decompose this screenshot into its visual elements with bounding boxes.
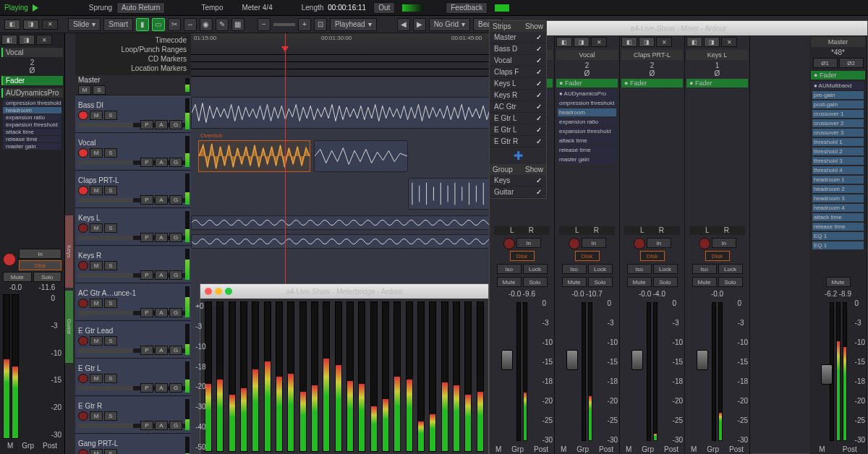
play-icon[interactable] [33,4,38,12]
inspector-solo-button[interactable]: Solo [33,272,62,282]
master-param[interactable]: release time [812,223,864,231]
strip-toggle-row[interactable]: Bass D✓ [490,43,546,55]
strip-iso[interactable]: Iso [497,264,522,274]
track-m-button[interactable]: M [90,449,103,455]
foot-grp[interactable]: Grp [576,445,589,453]
strip-iso[interactable]: Iso [692,264,717,274]
track-g-button[interactable]: G [169,120,182,129]
fader-knob[interactable] [631,350,643,370]
track-a-button[interactable]: A [155,233,168,242]
foot-post[interactable]: Post [599,445,613,453]
track-rec-button[interactable] [78,148,88,158]
strip-toggle-row[interactable]: E Gtr L✓ [490,124,546,136]
inspector-param[interactable]: expansion ratio [3,114,61,121]
strip-toggle-row[interactable]: E Gtr L✓ [490,113,546,124]
inspector-foot-post[interactable]: Post [43,442,57,450]
auto-return-button[interactable]: Auto Return [116,2,165,14]
track-g-button[interactable]: G [169,195,182,205]
foot-m[interactable]: M [495,445,501,453]
master-param[interactable]: EQ 1 [812,241,864,249]
master-foot-m[interactable]: M [819,445,825,453]
strip-pan[interactable]: LR [624,226,680,235]
inspector-in-button[interactable]: In [19,249,61,259]
track-m-button[interactable]: M [90,223,103,233]
listen-icon[interactable]: ◉ [200,18,213,31]
slide-select[interactable]: Slide▾ [68,18,101,31]
track-m-button[interactable]: M [90,111,103,120]
track-rec-button[interactable] [78,299,88,308]
foot-grp[interactable]: Grp [511,445,524,453]
track-a-button[interactable]: A [155,158,168,167]
foot-post[interactable]: Post [664,445,678,453]
strip-lock[interactable]: Lock [653,264,678,274]
clip-keys-l[interactable] [191,215,495,230]
track-m-button[interactable]: M [78,85,91,95]
strip-phase[interactable]: Ø [685,69,749,77]
strip-mute[interactable]: Mute [692,277,717,287]
close-icon[interactable]: ✕ [42,20,58,30]
track-m-button[interactable]: M [90,148,103,158]
master-plugin[interactable]: ● AUMultiband [812,82,864,90]
master-param[interactable]: EQ 1 [812,232,864,240]
foot-post[interactable]: Post [729,445,744,453]
strip-iso[interactable]: Iso [562,264,587,274]
track-g-button[interactable]: G [169,308,182,317]
track-m-button[interactable]: M [90,186,103,195]
master-param[interactable]: threshold 2 [812,147,864,155]
track-s-button[interactable]: S [104,411,117,421]
strip-mute[interactable]: Mute [562,277,587,287]
strip-param[interactable]: master gain [558,155,616,163]
smart-select[interactable]: Smart [103,18,133,31]
master-param[interactable]: threshold 3 [812,157,864,165]
track-rec-button[interactable] [78,223,88,233]
master-param[interactable]: crossover 2 [812,119,864,127]
strip-plugin[interactable]: ● AUDynamicsPro [558,90,616,98]
strip-rec[interactable] [503,238,515,249]
foot-m[interactable]: M [691,445,697,453]
master-name[interactable]: Master [811,37,865,47]
strip-rec[interactable] [569,238,580,249]
strip-rec[interactable] [634,238,645,249]
grid-select[interactable]: No Grid▾ [429,18,470,31]
track-header[interactable]: Keys RMSPAG [75,246,191,283]
track-a-button[interactable]: A [155,308,168,317]
mode-btn-1[interactable]: ▮ [136,18,149,31]
track-p-button[interactable]: P [140,195,153,205]
strip-rec[interactable] [699,238,710,249]
strip-phase[interactable]: Ø [620,69,684,77]
fader-knob[interactable] [697,350,708,370]
track-a-button[interactable]: A [155,270,168,280]
track-m-button[interactable]: M [90,411,103,421]
meterbridge-titlebar[interactable]: a4-Live-Show - Meterbridge - Ardour [200,284,488,299]
track-p-button[interactable]: P [140,421,153,430]
foot-m[interactable]: M [626,445,631,453]
tool-btn-2[interactable]: ◨ [23,20,39,30]
master-fader-label[interactable]: ● Fader [811,71,865,80]
master-param[interactable]: headroom 4 [812,204,864,212]
track-a-button[interactable]: A [155,421,168,430]
strip-mute[interactable]: Mute [497,277,522,287]
track-g-button[interactable]: G [169,233,182,242]
add-strip-button[interactable]: ✚ [490,147,546,164]
master-foot-post[interactable]: Post [843,445,857,453]
track-p-button[interactable]: P [140,120,153,129]
strip-mute[interactable]: Mute [627,277,652,287]
hdr-close-icon[interactable]: ✕ [36,35,52,45]
strip-phase[interactable]: Ø [555,69,619,77]
strip-in[interactable]: In [582,238,606,248]
track-header[interactable]: E Gtr LMSPAG [75,359,191,396]
track-m-button[interactable]: M [90,336,103,346]
strip-fader-label[interactable]: ● Fader [686,79,748,87]
track-header[interactable]: AC Gtr A…unce-1MSPAG [75,283,191,321]
inspector-param[interactable]: master gain [3,143,61,150]
inspector-disk-button[interactable]: Disk [19,260,61,270]
zoom-fit-icon[interactable]: ⊡ [314,18,327,31]
master-o1[interactable]: Ø1 [813,58,838,68]
foot-post[interactable]: Post [534,445,548,453]
mb-max-icon[interactable] [225,288,232,295]
track-rec-button[interactable] [78,111,88,120]
strip-param[interactable]: expansion ratio [558,118,616,126]
strip-toggle-row[interactable]: Keys L✓ [490,78,546,90]
inspector-mute-button[interactable]: Mute [3,272,32,282]
strip-toggle-row[interactable]: Master✓ [490,32,546,43]
